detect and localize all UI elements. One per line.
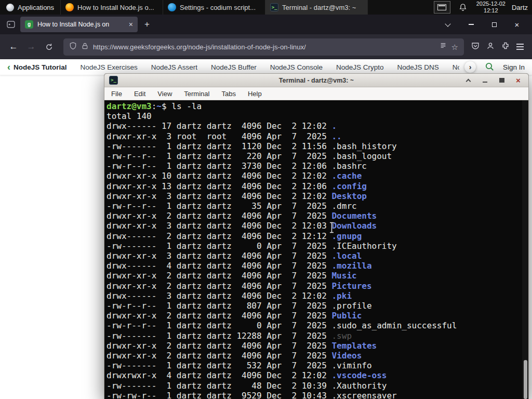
list-all-tabs-icon[interactable] xyxy=(441,18,455,31)
nav-strip-item[interactable]: NodeJS Exercises xyxy=(81,63,138,71)
shade-button[interactable] xyxy=(464,76,472,85)
terminal-line: drwx------ 3 dartz dartz 4096 Dec 2 12:0… xyxy=(107,291,528,301)
account-icon[interactable] xyxy=(486,42,495,52)
terminal-minimize-button[interactable] xyxy=(481,76,489,85)
chevron-right-icon[interactable]: › xyxy=(464,61,476,73)
terminal-line: drwx------ 17 dartz dartz 4096 Dec 2 12:… xyxy=(107,121,528,131)
terminal-line: -rw------- 1 dartz dartz 1120 Dec 2 11:5… xyxy=(107,141,528,151)
terminal-line: -rw-r--r-- 1 dartz dartz 35 Apr 7 2025 .… xyxy=(107,201,528,211)
terminal-menu-terminal[interactable]: Terminal xyxy=(184,90,209,98)
nav-strip-back-label: NodeJS Tutorial xyxy=(14,63,67,71)
url-text[interactable]: https://www.geeksforgeeks.org/node-js/in… xyxy=(93,43,435,51)
terminal-titlebar[interactable]: >_ Terminal - dartz@vm3: ~ × xyxy=(104,74,528,87)
tracking-shield-icon[interactable] xyxy=(69,42,77,52)
terminal-line: drwxr-xr-x 2 dartz dartz 4096 Apr 7 2025… xyxy=(107,211,528,221)
tab-close-icon[interactable]: × xyxy=(129,21,133,28)
taskbar-button-terminal[interactable]: >_Terminal - dartz@vm3: ~ xyxy=(265,0,368,15)
nav-strip-item[interactable]: NodeJS Crypto xyxy=(336,63,384,71)
back-button[interactable]: ← xyxy=(5,38,22,55)
extensions-puzzle-icon[interactable] xyxy=(501,42,510,52)
toolbar-right-buttons xyxy=(471,42,524,52)
applications-menu[interactable]: Applications xyxy=(0,0,60,15)
tray-terminal-icon[interactable] xyxy=(434,1,450,14)
clock-time: 12:12 xyxy=(476,7,506,14)
terminal-line: total 140 xyxy=(107,111,528,121)
nav-strip-items: NodeJS ExercisesNodeJS AssertNodeJS Buff… xyxy=(81,63,459,71)
terminal-menu-help[interactable]: Help xyxy=(248,90,262,98)
terminal-window-controls: × xyxy=(464,76,524,85)
clock[interactable]: 2025-12-02 12:12 xyxy=(476,1,506,14)
terminal-line: drwxr-xr-x 10 dartz dartz 4096 Dec 2 12:… xyxy=(107,171,528,181)
applications-label: Applications xyxy=(18,4,54,11)
search-icon[interactable] xyxy=(485,62,494,73)
terminal-line: drwxr-xr-x 3 dartz dartz 4096 Dec 2 12:0… xyxy=(107,221,528,231)
new-tab-button[interactable]: + xyxy=(140,18,154,31)
terminal-content[interactable]: dartz@vm3:~$ ls -latotal 140drwx------ 1… xyxy=(104,100,528,399)
notification-bell-icon[interactable] xyxy=(459,3,467,11)
terminal-menu-edit[interactable]: Edit xyxy=(134,90,145,98)
terminal-close-button[interactable]: × xyxy=(514,76,522,85)
navigation-toolbar: ← → https://www.geeksforgeeks.org/node-j… xyxy=(0,34,532,59)
taskbar-button-codium[interactable]: Settings - codium script... xyxy=(163,0,265,15)
taskbar-button-title: How to Install Node.js o... xyxy=(77,4,154,11)
url-bar[interactable]: https://www.geeksforgeeks.org/node-js/in… xyxy=(63,38,464,56)
close-button[interactable]: × xyxy=(510,18,524,31)
pocket-icon[interactable] xyxy=(471,42,480,52)
sign-in-button[interactable]: Sign In xyxy=(503,63,525,71)
reader-mode-icon[interactable] xyxy=(440,42,447,51)
terminal-maximize-button[interactable] xyxy=(498,76,506,85)
terminal-line: -rw-r--r-- 1 dartz dartz 3730 Dec 2 12:0… xyxy=(107,161,528,171)
terminal-line: drwxr-xr-x 2 dartz dartz 4096 Apr 7 2025… xyxy=(107,281,528,291)
bookmark-star-icon[interactable]: ☆ xyxy=(451,43,458,51)
terminal-line: drwxr-xr-x 2 dartz dartz 4096 Apr 7 2025… xyxy=(107,311,528,321)
nav-strip-item[interactable]: NodeJS Buffer xyxy=(211,63,257,71)
terminal-line: drwxr-xr-x 2 dartz dartz 4096 Apr 7 2025… xyxy=(107,351,528,361)
terminal-line: -rw-rw-r-- 1 dartz dartz 9529 Dec 2 10:4… xyxy=(107,391,528,399)
clock-date: 2025-12-02 xyxy=(476,1,506,7)
terminal-line: drwxrwxr-x 4 dartz dartz 4096 Dec 2 12:0… xyxy=(107,370,528,380)
terminal-menu-view[interactable]: View xyxy=(157,90,172,98)
nav-strip-back[interactable]: ‹ NodeJS Tutorial xyxy=(7,62,67,72)
terminal-line: drwxr-xr-x 13 dartz dartz 4096 Dec 2 12:… xyxy=(107,181,528,191)
terminal-line: dartz@vm3:~$ ls -la xyxy=(107,101,528,111)
terminal-line: -rw------- 1 dartz dartz 48 Dec 2 10:39 … xyxy=(107,381,528,391)
chevron-left-icon: ‹ xyxy=(7,62,10,72)
applications-icon xyxy=(6,4,14,11)
user-label[interactable]: Dartz xyxy=(512,4,528,11)
terminal-menubar: FileEditViewTerminalTabsHelp xyxy=(104,87,528,100)
terminal-menu-tabs[interactable]: Tabs xyxy=(221,90,235,98)
tab-bar: g How to Install Node.js on × + × xyxy=(0,15,532,34)
text-cursor xyxy=(328,221,335,234)
geeksforgeeks-favicon: g xyxy=(25,20,33,29)
nav-strip-right: › Sign In xyxy=(464,61,525,73)
minimize-button[interactable] xyxy=(464,18,478,31)
nav-strip-item[interactable]: NodeJS Assert xyxy=(151,63,197,71)
terminal-scrollbar[interactable] xyxy=(522,100,528,399)
terminal-menu-file[interactable]: File xyxy=(111,90,122,98)
browser-tab[interactable]: g How to Install Node.js on × xyxy=(20,17,138,32)
nav-strip-item[interactable]: NodeJS Console xyxy=(270,63,323,71)
nav-strip-item[interactable]: NodeJS DNS xyxy=(397,63,439,71)
codium-icon xyxy=(168,3,176,11)
reload-button[interactable] xyxy=(41,38,57,55)
firefox-view-icon[interactable] xyxy=(4,18,18,31)
terminal-app-icon: >_ xyxy=(109,76,118,85)
maximize-button[interactable] xyxy=(487,18,501,31)
terminal-line: drwxr-xr-x 3 root root 4096 Apr 7 2025 .… xyxy=(107,131,528,141)
forward-button[interactable]: → xyxy=(23,38,39,55)
terminal-line: drwxr-xr-x 3 dartz dartz 4096 Dec 2 12:0… xyxy=(107,191,528,201)
window-buttons: How to Install Node.js o...Settings - co… xyxy=(61,0,368,15)
nav-strip-item[interactable]: Node xyxy=(453,63,459,71)
taskbar-button-title: Terminal - dartz@vm3: ~ xyxy=(282,4,356,11)
taskbar-button-firefox[interactable]: How to Install Node.js o... xyxy=(61,0,163,15)
terminal-line: drwxr-xr-x 2 dartz dartz 4096 Apr 7 2025… xyxy=(107,271,528,281)
terminal-line: drwxr-xr-x 3 dartz dartz 4096 Apr 7 2025… xyxy=(107,251,528,261)
scrollbar-thumb[interactable] xyxy=(524,360,527,399)
terminal-window: >_ Terminal - dartz@vm3: ~ × FileEditVie… xyxy=(104,73,529,399)
terminal-line: -rw-r--r-- 1 dartz dartz 220 Apr 7 2025 … xyxy=(107,151,528,161)
top-panel: Applications How to Install Node.js o...… xyxy=(0,0,532,15)
terminal-line: -rw-r--r-- 1 dartz dartz 807 Apr 7 2025 … xyxy=(107,301,528,311)
menu-hamburger-icon[interactable] xyxy=(516,44,524,49)
lock-icon[interactable] xyxy=(82,42,88,52)
terminal-line: -rw------- 1 dartz dartz 12288 Apr 7 202… xyxy=(107,331,528,341)
